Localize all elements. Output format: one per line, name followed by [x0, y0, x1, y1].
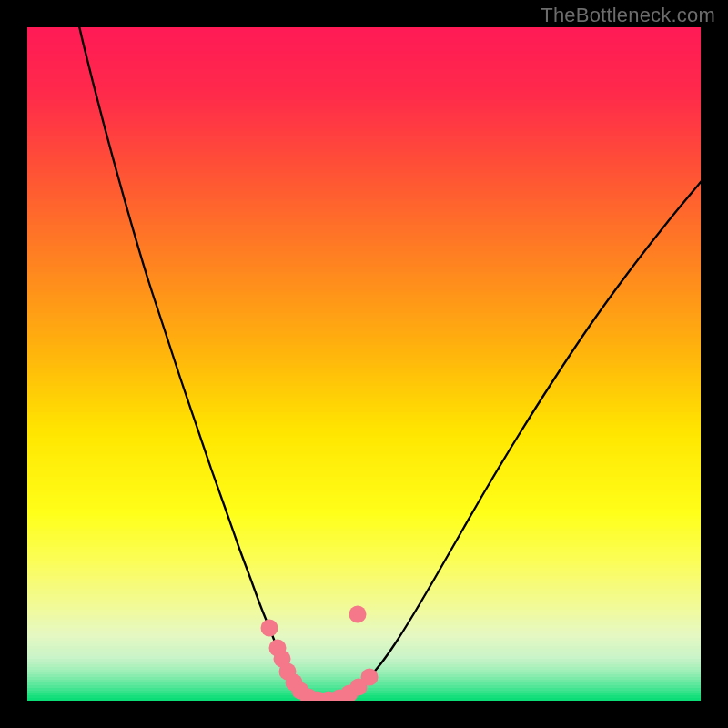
data-marker	[361, 669, 379, 686]
watermark-text: TheBottleneck.com	[541, 4, 715, 27]
left-curve	[77, 27, 320, 701]
right-curve	[320, 166, 701, 701]
outer-frame: TheBottleneck.com	[0, 0, 728, 728]
curves-layer	[27, 27, 701, 701]
data-marker	[261, 620, 278, 637]
data-marker	[349, 606, 367, 623]
plot-area	[27, 27, 701, 701]
